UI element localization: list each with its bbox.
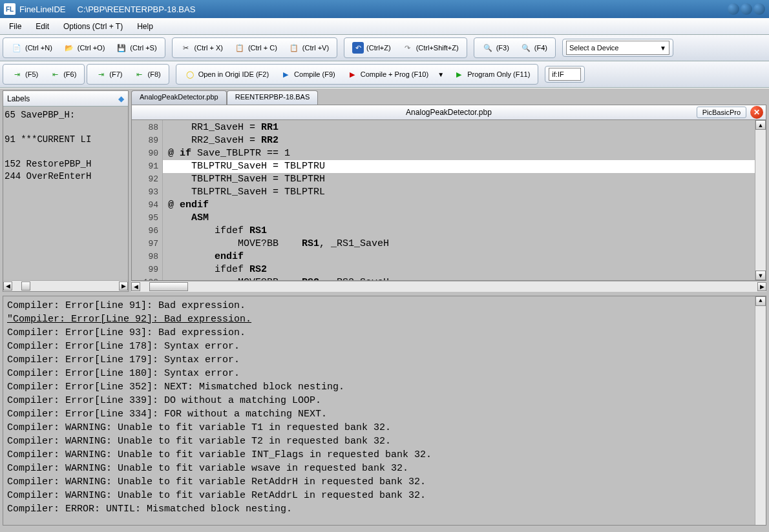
device-selector[interactable]: Select a Device ▼ — [566, 41, 669, 55]
undo-button[interactable]: ↶(Ctrl+Z) — [348, 39, 395, 56]
toolbar-row-2: ⇥(F5) ⇤(F6) ⇥(F7) ⇤(F8) ◯Open in Origi I… — [0, 61, 769, 88]
output-vscroll[interactable]: ▲ — [755, 296, 766, 525]
compile-prog-button[interactable]: ▶Compile + Prog (F10) — [342, 66, 433, 83]
code-line[interactable]: endif — [163, 251, 755, 263]
app-title: FineLineIDE — [19, 5, 66, 14]
sidebar-item[interactable] — [5, 121, 127, 134]
maximize-button[interactable] — [741, 3, 752, 15]
code-line[interactable]: ifdef RS1 — [163, 225, 755, 238]
scissors-icon: ✂ — [180, 42, 192, 54]
output-line[interactable]: Compiler: Error[Line 352]: NEXT: Mismatc… — [7, 380, 762, 394]
chevron-down-icon: ▼ — [657, 45, 669, 52]
code-line[interactable]: TBLPTRL_SaveH = TBLPTRL — [163, 186, 755, 199]
save-file-button[interactable]: 💾(Ctrl +S) — [111, 39, 161, 56]
tab-analog[interactable]: AnalogPeakDetector.pbp — [131, 90, 227, 105]
output-line[interactable]: Compiler: Error[Line 91]: Bad expression… — [7, 299, 762, 312]
paste-icon: 📋 — [288, 42, 300, 54]
output-line[interactable]: Compiler: Error[Line 179]: Syntax error. — [7, 353, 762, 367]
sidebar-hscroll[interactable]: ◀▶ — [3, 280, 128, 291]
step-icon: ⇤ — [49, 68, 61, 80]
code-line[interactable]: @ endif — [163, 199, 755, 212]
sidebar-item[interactable]: 91 ***CURRENT LI — [5, 134, 127, 146]
redo-icon: ↷ — [402, 42, 414, 54]
output-line[interactable]: Compiler: Error[Line 178]: Syntax error. — [7, 340, 762, 353]
f6-button[interactable]: ⇤(F6) — [45, 66, 81, 83]
output-line[interactable]: Compiler: WARNING: Unable to fit variabl… — [7, 421, 762, 435]
undo-icon: ↶ — [352, 42, 364, 54]
pathbar-file: AnalogPeakDetector.pbp — [406, 108, 492, 117]
new-file-button[interactable]: 📄(Ctrl +N) — [6, 39, 57, 56]
redo-button[interactable]: ↷(Ctrl+Shift+Z) — [397, 39, 463, 56]
editor-hscroll[interactable]: ◀▶ — [131, 281, 766, 292]
tab-reenter[interactable]: REENTERPBP-18.BAS — [227, 90, 319, 105]
output-line[interactable]: Compiler: Error[Line 334]: FOR without a… — [7, 407, 762, 421]
code-line[interactable]: MOVE?BB RS1, _RS1_SaveH — [163, 238, 755, 251]
menu-help[interactable]: Help — [131, 20, 160, 33]
f8-button[interactable]: ⇤(F8) — [129, 66, 165, 83]
code-line[interactable]: RR1_SaveH = RR1 — [163, 121, 755, 134]
play-blue-icon: ▶ — [280, 68, 291, 80]
output-line[interactable]: Compiler: WARNING: Unable to fit variabl… — [7, 489, 762, 502]
minimize-button[interactable] — [728, 3, 739, 15]
menu-file[interactable]: File — [3, 20, 28, 33]
output-line[interactable]: Compiler: WARNING: Unable to fit variabl… — [7, 475, 762, 489]
code-line[interactable]: MOVE?BB RS2, RS2 SaveH — [163, 276, 755, 280]
step-icon: ⇥ — [11, 68, 23, 80]
sidebar-list[interactable]: 65 SavePBP_H: 91 ***CURRENT LI 152 Resto… — [3, 107, 128, 280]
sidebar-header[interactable]: Labels ◆ — [3, 91, 128, 107]
editor-vscroll[interactable]: ▲▼ — [755, 120, 766, 280]
outdent-icon: ⇤ — [134, 68, 145, 80]
close-button[interactable] — [753, 3, 765, 15]
open-file-button[interactable]: 📂(Ctrl +O) — [59, 39, 109, 56]
language-badge[interactable]: PicBasicPro — [697, 107, 746, 118]
sidebar-item[interactable]: 152 RestorePBP_H — [5, 158, 127, 170]
code-editor[interactable]: 888990919293949596979899100 RR1_SaveH = … — [131, 120, 766, 281]
chevron-down-icon[interactable]: ▼ — [435, 68, 447, 80]
paste-button[interactable]: 📋(Ctrl +V) — [284, 39, 333, 56]
title-bar: FL FineLineIDE C:\PBP\REENTERPBP-18.BAS — [0, 0, 769, 18]
f7-button[interactable]: ⇥(F7) — [90, 66, 127, 83]
window-controls — [728, 3, 765, 15]
copy-button[interactable]: 📋(Ctrl + C) — [229, 39, 282, 56]
output-line[interactable]: Compiler: WARNING: Unable to fit variabl… — [7, 435, 762, 448]
search-next-icon: 🔍 — [520, 42, 532, 54]
line-gutter: 888990919293949596979899100 — [132, 120, 163, 280]
output-line[interactable]: Compiler: Error[Line 93]: Bad expression… — [7, 326, 762, 340]
cut-button[interactable]: ✂(Ctrl + X) — [176, 39, 227, 56]
code-line[interactable]: @ if Save_TBLPTR == 1 — [163, 147, 755, 160]
find-next-button[interactable]: 🔍(F4) — [516, 39, 552, 56]
output-line[interactable]: Compiler: WARNING: Unable to fit variabl… — [7, 462, 762, 475]
compiler-output[interactable]: Compiler: Error[Line 91]: Bad expression… — [3, 296, 766, 526]
close-tab-button[interactable]: ✕ — [750, 106, 763, 119]
title-path: C:\PBP\REENTERPBP-18.BAS — [78, 5, 196, 14]
find-button[interactable]: 🔍(F3) — [478, 39, 514, 56]
output-line[interactable]: Compiler: WARNING: Unable to fit variabl… — [7, 448, 762, 462]
code-line[interactable]: RR2_SaveH = RR2 — [163, 134, 755, 147]
code-line[interactable]: ifdef RS2 — [163, 263, 755, 276]
f5-button[interactable]: ⇥(F5) — [6, 66, 43, 83]
sidebar-item[interactable]: 65 SavePBP_H: — [5, 109, 127, 121]
output-line[interactable]: Compiler: Error[Line 339]: DO without a … — [7, 394, 762, 407]
editor-tabs: AnalogPeakDetector.pbp REENTERPBP-18.BAS — [131, 90, 766, 105]
code-content[interactable]: RR1_SaveH = RR1 RR2_SaveH = RR2@ if Save… — [163, 120, 755, 280]
output-line[interactable]: Compiler: ERROR: UNTIL: Mismatched block… — [7, 502, 762, 516]
search-icon: 🔍 — [482, 42, 494, 54]
output-line[interactable]: "Compiler: Error[Line 92]: Bad expressio… — [7, 312, 762, 326]
abbrev-input[interactable] — [549, 68, 581, 81]
app-logo-icon: FL — [4, 3, 16, 15]
circle-yellow-icon: ◯ — [184, 68, 196, 80]
code-line[interactable]: TBLPTRU_SaveH = TBLPTRU — [163, 160, 755, 173]
program-only-button[interactable]: ▶Program Only (F11) — [448, 66, 534, 83]
code-line[interactable]: TBLPTRH_SaveH = TBLPTRH — [163, 173, 755, 186]
output-line[interactable]: Compiler: Error[Line 180]: Syntax error. — [7, 367, 762, 380]
open-orig-ide-button[interactable]: ◯Open in Origi IDE (F2) — [180, 66, 273, 83]
sidebar-item[interactable] — [5, 146, 127, 158]
play-red-icon: ▶ — [346, 68, 358, 80]
sidebar-item[interactable]: 244 OverReEnterH — [5, 170, 127, 183]
code-line[interactable]: ASM — [163, 212, 755, 225]
save-icon: 💾 — [116, 42, 127, 54]
toolbar-row-1: 📄(Ctrl +N) 📂(Ctrl +O) 💾(Ctrl +S) ✂(Ctrl … — [0, 35, 769, 61]
menu-options[interactable]: Options (Ctrl + T) — [57, 20, 129, 33]
compile-button[interactable]: ▶Compile (F9) — [275, 66, 340, 83]
menu-edit[interactable]: Edit — [29, 20, 56, 33]
